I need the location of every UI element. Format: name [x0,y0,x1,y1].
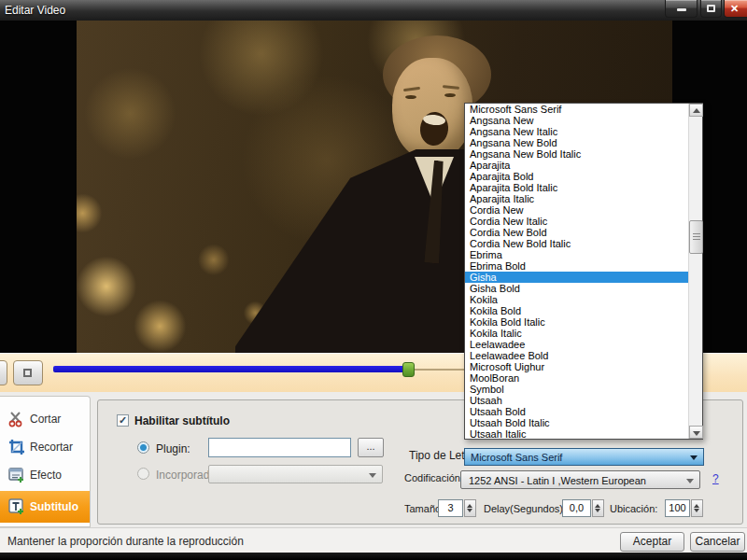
font-option[interactable]: Aparajita Bold Italic [465,182,689,193]
up-arrow-icon [693,108,700,113]
font-option[interactable]: Aparajita [465,160,689,171]
plugin-path-input[interactable] [208,438,351,457]
delay-stepper[interactable] [592,499,604,517]
sidebar-item-label: Recortar [30,441,73,454]
seek-thumb[interactable] [402,362,415,377]
close-icon: ✕ [730,3,739,15]
font-option[interactable]: Angsana New Bold [465,137,689,148]
delay-label: Delay(Segundos): [484,503,566,514]
font-option[interactable]: Microsoft Uighur [465,361,689,372]
font-option[interactable]: Angsana New [465,115,689,126]
stop-button[interactable] [13,360,43,385]
encoding-combobox-value: 1252 ANSI - Latin I ,Western European [469,475,646,486]
font-option[interactable]: Gisha Bold [465,283,689,294]
font-combobox-value: Microsoft Sans Serif [471,452,562,463]
incorporado-combobox[interactable] [208,465,383,483]
sidebar-item-recortar[interactable]: Recortar [0,435,90,459]
location-label: Ubicación: [610,503,657,514]
chevron-down-icon [686,479,694,483]
accept-button[interactable]: Aceptar [620,532,684,552]
font-option[interactable]: Utsaah [465,395,689,406]
sidebar-item-cortar[interactable]: Cortar [0,407,90,431]
effect-icon [7,466,26,484]
enable-subtitle-checkbox[interactable]: ✓ [117,414,129,427]
maximize-icon [707,5,715,12]
stop-icon [23,369,32,377]
up-arrow-icon [467,504,472,508]
font-option[interactable]: Aparajita Italic [465,193,689,204]
font-option[interactable]: Gisha [465,272,689,283]
scroll-up-button[interactable] [689,104,703,117]
chevron-down-icon [690,455,698,460]
sidebar-item-label: Efecto [30,469,62,482]
plugin-radio[interactable] [137,441,149,454]
plugin-label: Plugin: [156,442,190,455]
status-text: Mantener la proporción durante la reprod… [7,535,244,548]
subtitle-icon [7,497,26,516]
font-option[interactable]: Ebrima Bold [465,260,689,272]
seek-progress[interactable] [53,366,405,372]
minimize-icon [677,8,686,11]
crop-icon [7,438,26,456]
encoding-label: Codificación: [404,472,463,483]
chevron-down-icon [369,473,376,478]
font-option[interactable]: Aparajita Bold [465,171,689,182]
font-option[interactable]: Microsoft Sans Serif [465,104,689,115]
font-option[interactable]: Cordia New Bold [465,227,689,238]
status-bar: Mantener la proporción durante la reprod… [0,527,747,553]
font-option[interactable]: Leelawadee Bold [465,350,689,361]
sidebar-item-efecto[interactable]: Efecto [0,463,90,487]
down-arrow-icon [595,509,600,512]
down-arrow-icon [693,431,700,436]
sidebar-item-subtitulo[interactable]: Subtitulo [0,491,90,523]
font-option[interactable]: Cordia New [465,204,689,216]
font-dropdown-items: Microsoft Sans SerifAngsana NewAngsana N… [465,104,689,439]
up-arrow-icon [595,504,600,508]
font-option[interactable]: MoolBoran [465,372,689,384]
scrollbar-thumb[interactable] [689,220,703,254]
encoding-help-link[interactable]: ? [712,472,719,485]
location-input[interactable]: 100 [665,499,690,517]
sidebar: Cortar Recortar Efecto Subtitulo [0,396,91,527]
font-option[interactable]: Cordia New Italic [465,216,689,227]
font-option[interactable]: Cordia New Bold Italic [465,238,689,249]
font-option[interactable]: Utsaah Italic [465,428,689,439]
font-option[interactable]: Leelawadee [465,339,689,350]
scrollbar-grip [693,233,700,234]
maximize-button[interactable] [700,0,722,18]
close-button[interactable]: ✕ [724,0,747,18]
font-option[interactable]: Symbol [465,384,689,395]
window-title: Editar Video [5,4,65,17]
window-bottom-edge [0,553,747,560]
font-dropdown-list: Microsoft Sans SerifAngsana NewAngsana N… [464,103,703,440]
font-option[interactable]: Kokila [465,294,689,305]
browse-button[interactable]: ... [358,438,384,457]
location-stepper[interactable] [691,499,703,517]
sidebar-item-label: Cortar [30,413,61,426]
font-option[interactable]: Angsana New Bold Italic [465,148,689,160]
dropdown-scrollbar[interactable] [688,104,702,439]
scroll-down-button[interactable] [689,426,703,439]
encoding-combobox[interactable]: 1252 ANSI - Latin I ,Western European [460,470,700,489]
minimize-button[interactable] [665,0,698,18]
incorporado-radio[interactable] [137,468,149,480]
size-input[interactable]: 3 [438,499,463,517]
down-arrow-icon [694,509,699,512]
font-option[interactable]: Utsaah Bold Italic [465,417,689,428]
font-option[interactable]: Kokila Bold [465,305,689,316]
editar-video-window: Editar Video ✕ [0,0,747,560]
font-option[interactable]: Kokila Bold Italic [465,316,689,328]
font-option[interactable]: Utsaah Bold [465,406,689,417]
font-option[interactable]: Kokila Italic [465,328,689,339]
sidebar-item-label: Subtitulo [30,500,78,513]
title-bar: Editar Video ✕ [0,0,747,21]
up-arrow-icon [694,504,699,508]
play-button[interactable] [0,360,7,385]
cancel-button[interactable]: Cancelar [690,532,745,552]
font-option[interactable]: Ebrima [465,249,689,260]
font-combobox[interactable]: Microsoft Sans Serif [464,448,704,466]
size-stepper[interactable] [464,499,476,517]
delay-input[interactable]: 0,0 [562,499,591,517]
font-option[interactable]: Angsana New Italic [465,126,689,137]
cut-icon [7,410,26,428]
